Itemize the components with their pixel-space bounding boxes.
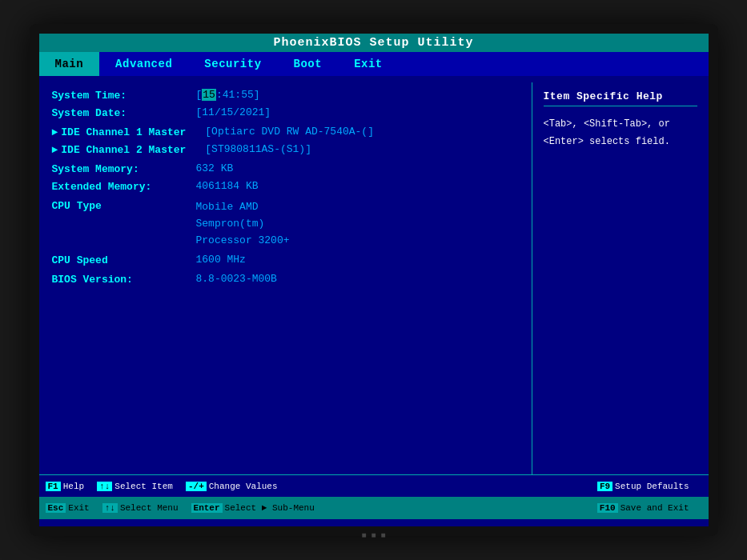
f10-label: Save and Exit (620, 503, 689, 513)
f1-label: Help (63, 482, 84, 491)
f1-key: F1 (46, 482, 61, 491)
ide1-label: IDE Channel 1 Master (61, 126, 205, 138)
cpu-speed-row: CPU Speed 1600 MHz (52, 254, 519, 266)
cpu-speed-label: CPU Speed (52, 254, 196, 266)
main-panel: System Time: [15:41:55] System Date: [11… (39, 82, 532, 474)
system-time-value[interactable]: [15:41:55] (196, 89, 260, 101)
f9-label: Setup Defaults (615, 482, 689, 491)
ide1-arrow-icon: ► (52, 126, 58, 138)
ide2-label: IDE Channel 2 Master (61, 143, 205, 156)
arrows2-key: ↑↓ (102, 503, 118, 513)
bios-version-value: 8.8-0023-M00B (196, 273, 277, 285)
sys-memory-label: System Memory: (52, 162, 196, 175)
ext-memory-value: 4061184 KB (196, 180, 259, 192)
bios-screen: PhoenixBIOS Setup Utility Main Advanced … (39, 34, 709, 526)
enter-label: Select ► Sub-Menu (225, 503, 315, 513)
bios-title: PhoenixBIOS Setup Utility (273, 36, 473, 50)
bios-version-label: BIOS Version: (52, 273, 196, 286)
enter-key: Enter (191, 503, 223, 513)
menu-bar[interactable]: Main Advanced Security Boot Exit (39, 52, 709, 76)
menu-item-security[interactable]: Security (188, 52, 277, 76)
menu-item-advanced[interactable]: Advanced (99, 52, 188, 76)
menu-item-exit[interactable]: Exit (338, 52, 399, 76)
f10-key: F10 (597, 503, 618, 513)
ide2-arrow-icon: ► (52, 144, 58, 156)
cpu-type-row: CPU Type Mobile AMD Sempron(tm) Processo… (52, 199, 519, 249)
help-panel: Item Specific Help <Tab>, <Shift-Tab>, o… (532, 82, 709, 474)
monitor-brand: ■ ■ ■ (39, 531, 709, 540)
ext-memory-label: Extended Memory: (52, 180, 196, 193)
ide1-row[interactable]: ► IDE Channel 1 Master [Optiarc DVD RW A… (52, 126, 519, 138)
arrows-key: ↑↓ (97, 482, 112, 491)
title-bar: PhoenixBIOS Setup Utility (39, 34, 709, 52)
bios-version-row: BIOS Version: 8.8-0023-M00B (52, 273, 519, 286)
ide2-row[interactable]: ► IDE Channel 2 Master [ST980811AS-(S1)] (52, 143, 519, 156)
cpu-type-value: Mobile AMD Sempron(tm) Processor 3200+ (196, 199, 290, 249)
arrows-label: Select Item (114, 482, 173, 491)
system-date-label: System Date: (52, 106, 196, 119)
sys-memory-row: System Memory: 632 KB (52, 162, 519, 175)
system-date-value[interactable]: [11/15/2021] (196, 106, 271, 118)
ext-memory-row: Extended Memory: 4061184 KB (52, 180, 519, 193)
hotkeys-bottom-bar: Esc Exit ↑↓ Select Menu Enter Select ► S… (39, 497, 709, 519)
help-panel-title: Item Specific Help (544, 90, 697, 106)
cpu-type-label: CPU Type (52, 199, 196, 212)
minus-plus-key: -/+ (186, 482, 207, 491)
menu-item-main[interactable]: Main (39, 52, 100, 76)
menu-item-boot[interactable]: Boot (278, 52, 339, 76)
esc-label: Exit (68, 503, 89, 513)
help-panel-text: <Tab>, <Shift-Tab>, or <Enter> selects f… (544, 116, 697, 150)
arrows2-label: Select Menu (120, 503, 179, 513)
system-time-row: System Time: [15:41:55] (52, 89, 519, 102)
f9-key: F9 (597, 482, 612, 491)
minus-plus-label: Change Values (209, 482, 278, 491)
ide2-value[interactable]: [ST980811AS-(S1)] (205, 143, 311, 155)
sys-memory-value: 632 KB (196, 162, 234, 174)
monitor-bezel: PhoenixBIOS Setup Utility Main Advanced … (30, 24, 718, 536)
system-time-highlighted[interactable]: 15 (202, 89, 216, 101)
hotkeys-top-bar: F1 Help ↑↓ Select Item -/+ Change Values… (39, 474, 709, 497)
esc-key: Esc (46, 503, 66, 513)
ide1-value[interactable]: [Optiarc DVD RW AD-7540A-(] (205, 126, 374, 138)
system-time-label: System Time: (52, 89, 196, 102)
system-date-row: System Date: [11/15/2021] (52, 106, 519, 119)
cpu-speed-value: 1600 MHz (196, 254, 246, 266)
content-area: System Time: [15:41:55] System Date: [11… (39, 76, 709, 474)
